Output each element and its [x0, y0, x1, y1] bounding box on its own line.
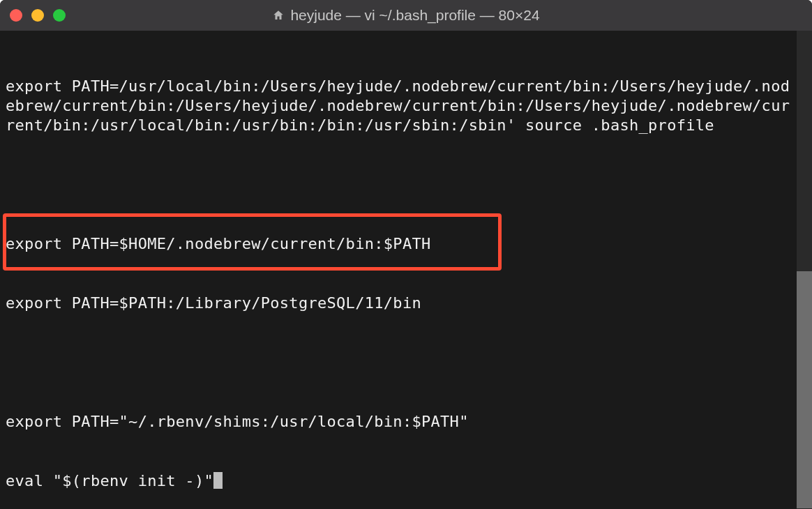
- minimize-button[interactable]: [31, 9, 44, 22]
- title-center: heyjude — vi ~/.bash_profile — 80×24: [0, 7, 812, 24]
- terminal-line: [6, 353, 791, 372]
- traffic-lights: [10, 9, 66, 22]
- terminal-line: export PATH=$HOME/.nodebrew/current/bin:…: [6, 234, 791, 254]
- terminal-line-highlighted: export PATH="~/.rbenv/shims:/usr/local/b…: [6, 412, 791, 432]
- terminal-area-wrap: export PATH=/usr/local/bin:/Users/heyjud…: [0, 31, 812, 509]
- terminal-line: export PATH=$PATH:/Library/PostgreSQL/11…: [6, 294, 791, 313]
- cursor: [213, 472, 223, 489]
- home-icon: [272, 9, 285, 22]
- window-title: heyjude — vi ~/.bash_profile — 80×24: [290, 7, 539, 24]
- window-titlebar[interactable]: heyjude — vi ~/.bash_profile — 80×24: [0, 0, 812, 31]
- terminal-line: export PATH=/usr/local/bin:/Users/heyjud…: [6, 77, 791, 136]
- terminal-window: heyjude — vi ~/.bash_profile — 80×24 exp…: [0, 0, 812, 509]
- terminal-area[interactable]: export PATH=/usr/local/bin:/Users/heyjud…: [0, 31, 797, 509]
- close-button[interactable]: [10, 9, 22, 22]
- terminal-line-highlighted: eval "$(rbenv init -)": [6, 471, 791, 491]
- terminal-line: [6, 175, 791, 195]
- scrollbar-track[interactable]: [797, 31, 812, 509]
- fullscreen-button[interactable]: [53, 9, 66, 22]
- scrollbar-thumb[interactable]: [797, 271, 812, 508]
